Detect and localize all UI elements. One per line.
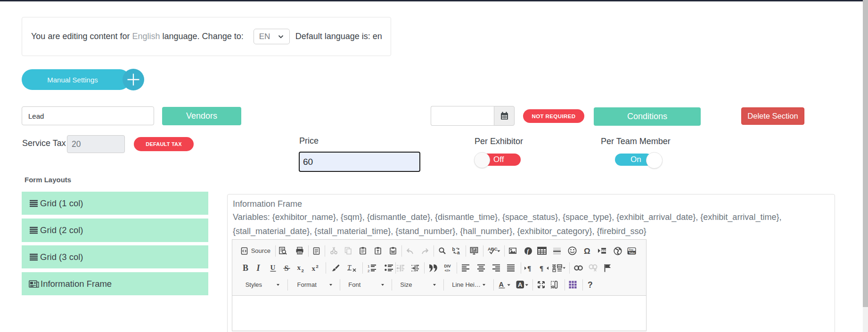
svg-text:¶: ¶: [540, 265, 543, 272]
svg-text:Tube: Tube: [629, 251, 635, 254]
svg-text:</>: </>: [445, 268, 450, 272]
svg-text:B: B: [243, 264, 248, 272]
svg-text:2: 2: [316, 264, 318, 269]
svg-text:U: U: [270, 264, 275, 271]
svg-text:ABC: ABC: [488, 246, 498, 251]
svg-text:DIV: DIV: [444, 264, 451, 268]
svg-text:2: 2: [301, 268, 303, 273]
svg-text:x: x: [297, 264, 301, 271]
svg-text:A: A: [499, 281, 504, 288]
svg-text:x: x: [311, 265, 315, 272]
svg-text:¶: ¶: [527, 265, 531, 272]
svg-text:Ω: Ω: [584, 247, 590, 255]
svg-text:I: I: [256, 264, 261, 272]
svg-text:1: 1: [368, 264, 370, 268]
svg-text:?: ?: [588, 280, 593, 289]
svg-text:You: You: [629, 248, 633, 251]
svg-text:A: A: [518, 281, 523, 288]
svg-text:b: b: [452, 247, 455, 252]
svg-text:2: 2: [368, 269, 370, 273]
svg-text:a: a: [457, 250, 460, 255]
